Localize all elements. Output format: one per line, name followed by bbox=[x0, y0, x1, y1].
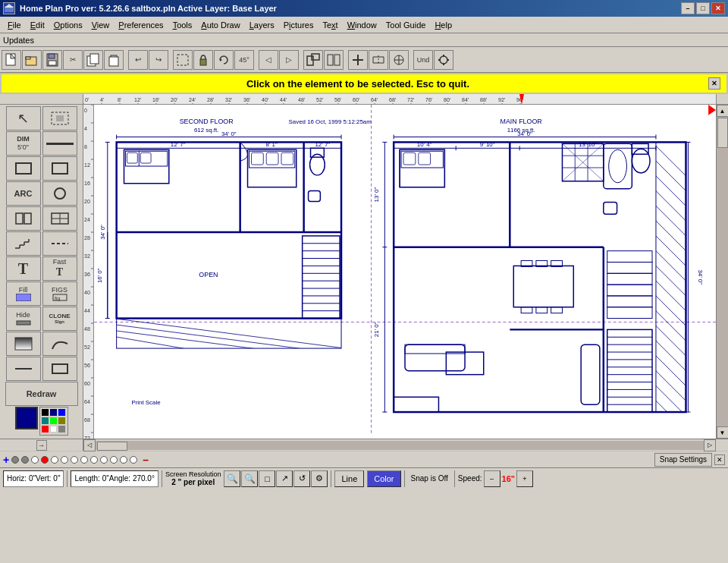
zoom-reset-button[interactable]: ↺ bbox=[293, 470, 310, 487]
tool-clone[interactable]: CLONE SIgn bbox=[42, 307, 77, 331]
toolbar-columns[interactable] bbox=[324, 50, 344, 70]
hscroll-right-button[interactable]: ▷ bbox=[704, 439, 716, 451]
tool-text-fast[interactable]: Fast T bbox=[42, 256, 77, 281]
zoom-extent-button[interactable]: ↗ bbox=[276, 470, 293, 487]
tool-rect-open[interactable] bbox=[6, 156, 41, 181]
toolbar-move-right[interactable]: ▷ bbox=[279, 50, 299, 70]
toolbar-rotate[interactable] bbox=[214, 50, 234, 70]
zoom-fit-button[interactable]: □ bbox=[259, 470, 275, 487]
toolbar-undo[interactable]: ↩ bbox=[128, 50, 148, 70]
toolbar-lock[interactable] bbox=[193, 50, 213, 70]
speed-plus-button[interactable]: + bbox=[516, 470, 533, 487]
snap-circle-3[interactable] bbox=[31, 456, 39, 464]
hscroll-left-button[interactable]: ◁ bbox=[83, 439, 96, 451]
snap-circle-2[interactable] bbox=[21, 456, 29, 464]
tool-rect3[interactable] bbox=[42, 357, 77, 381]
menu-help[interactable]: Help bbox=[430, 19, 457, 31]
vertical-scrollbar[interactable]: ▲ ▼ bbox=[716, 105, 728, 439]
toolbar-paste[interactable] bbox=[104, 50, 124, 70]
menu-file[interactable]: File bbox=[3, 19, 26, 31]
maximize-button[interactable]: □ bbox=[696, 2, 710, 14]
tool-arrow[interactable]: ↖ bbox=[6, 106, 41, 131]
toolbar-copy[interactable] bbox=[83, 50, 103, 70]
menu-window[interactable]: Window bbox=[343, 19, 381, 31]
tool-stairs[interactable] bbox=[6, 231, 41, 256]
menu-layers[interactable]: Layers bbox=[245, 19, 279, 31]
tool-window[interactable] bbox=[42, 206, 77, 231]
tool-select[interactable] bbox=[42, 106, 77, 131]
toolbar-tool2[interactable] bbox=[369, 50, 388, 70]
snap-circle-8[interactable] bbox=[80, 456, 88, 464]
menu-pictures[interactable]: Pictures bbox=[279, 19, 318, 31]
snap-circle-1[interactable] bbox=[11, 456, 19, 464]
snap-circle-7[interactable] bbox=[71, 456, 78, 464]
tool-fill[interactable]: Fill bbox=[6, 282, 41, 306]
menu-toolguide[interactable]: Tool Guide bbox=[381, 19, 431, 31]
color-grid[interactable] bbox=[39, 407, 68, 436]
toolbar-tool3[interactable] bbox=[389, 50, 409, 70]
toolbar-open[interactable] bbox=[22, 50, 42, 70]
canvas-area[interactable]: 0 4 8 12 16 20 24 28 32 36 40 bbox=[83, 105, 716, 439]
tool-circle[interactable] bbox=[42, 181, 77, 206]
snap-circle-12[interactable] bbox=[120, 456, 127, 464]
scroll-up-button[interactable]: ▲ bbox=[717, 105, 729, 117]
toolbar-save[interactable] bbox=[42, 50, 62, 70]
color-button[interactable]: Color bbox=[367, 470, 400, 487]
toolbar-new[interactable] bbox=[2, 50, 21, 70]
menu-view[interactable]: View bbox=[87, 19, 115, 31]
snap-circle-11[interactable] bbox=[110, 456, 118, 464]
scroll-track[interactable] bbox=[717, 117, 729, 426]
toolbar-move-left[interactable]: ◁ bbox=[259, 50, 278, 70]
toolbar-tool1[interactable] bbox=[348, 50, 368, 70]
notification-close[interactable]: ✕ bbox=[708, 77, 720, 90]
corner-arrow[interactable]: → bbox=[36, 440, 47, 451]
toolbar-select[interactable] bbox=[173, 50, 193, 70]
tool-rect2[interactable] bbox=[6, 206, 41, 231]
horizontal-scrollbar[interactable]: → ◁ ▷ bbox=[0, 439, 728, 451]
close-button[interactable]: ✕ bbox=[711, 2, 725, 14]
tool-hide[interactable]: Hide bbox=[6, 307, 41, 331]
zoom-in-button[interactable]: 🔍 bbox=[224, 470, 240, 487]
snap-circle-4[interactable] bbox=[41, 456, 49, 464]
scroll-thumb[interactable] bbox=[717, 118, 728, 148]
toolbar-undo2[interactable]: Und bbox=[413, 50, 433, 70]
snap-circle-10[interactable] bbox=[100, 456, 108, 464]
snap-close-button[interactable]: ✕ bbox=[714, 454, 725, 465]
tool-gradient[interactable] bbox=[6, 332, 41, 356]
toolbar-settings[interactable] bbox=[434, 50, 453, 70]
snap-settings-button[interactable]: Snap Settings bbox=[654, 453, 712, 467]
snap-circle-13[interactable] bbox=[130, 456, 137, 464]
menu-autodraw[interactable]: Auto Draw bbox=[196, 19, 244, 31]
toolbar-cut[interactable]: ✂ bbox=[63, 50, 83, 70]
menu-tools[interactable]: Tools bbox=[168, 19, 197, 31]
snap-remove-button[interactable]: – bbox=[143, 454, 149, 466]
speed-minus-button[interactable]: – bbox=[484, 470, 500, 487]
snap-add-button[interactable]: + bbox=[3, 454, 9, 466]
tool-redraw[interactable]: Redraw bbox=[5, 382, 78, 406]
color-picker[interactable] bbox=[15, 407, 38, 429]
line-button[interactable]: Line bbox=[334, 470, 364, 487]
updates-bar[interactable]: Updates bbox=[0, 33, 728, 47]
snap-circle-6[interactable] bbox=[61, 456, 68, 464]
hscroll-track[interactable] bbox=[96, 441, 704, 450]
minimize-button[interactable]: – bbox=[681, 2, 695, 14]
tool-dim[interactable]: DIM 5'0" bbox=[6, 131, 41, 156]
snap-circle-5[interactable] bbox=[51, 456, 58, 464]
toolbar-redo[interactable]: ↪ bbox=[149, 50, 168, 70]
tool-dashes[interactable] bbox=[42, 231, 77, 256]
menu-options[interactable]: Options bbox=[49, 19, 87, 31]
toolbar-zoom-in[interactable] bbox=[303, 50, 323, 70]
tool-arc[interactable]: ARC bbox=[6, 181, 41, 206]
tool-rect-filled[interactable] bbox=[42, 156, 77, 181]
tool-text-bold[interactable]: T bbox=[6, 256, 41, 281]
tool-figs[interactable]: FIGS fig bbox=[42, 282, 77, 306]
menu-text[interactable]: Text bbox=[318, 19, 342, 31]
tool-hline[interactable] bbox=[6, 357, 41, 381]
toolbar-rotate45[interactable]: 45° bbox=[234, 50, 254, 70]
tool-curve[interactable] bbox=[42, 332, 77, 356]
hscroll-thumb[interactable] bbox=[97, 442, 127, 451]
zoom-out-button[interactable]: 🔍 bbox=[241, 470, 258, 487]
scroll-down-button[interactable]: ▼ bbox=[717, 426, 729, 439]
menu-edit[interactable]: Edit bbox=[26, 19, 49, 31]
menu-preferences[interactable]: Preferences bbox=[114, 19, 168, 31]
